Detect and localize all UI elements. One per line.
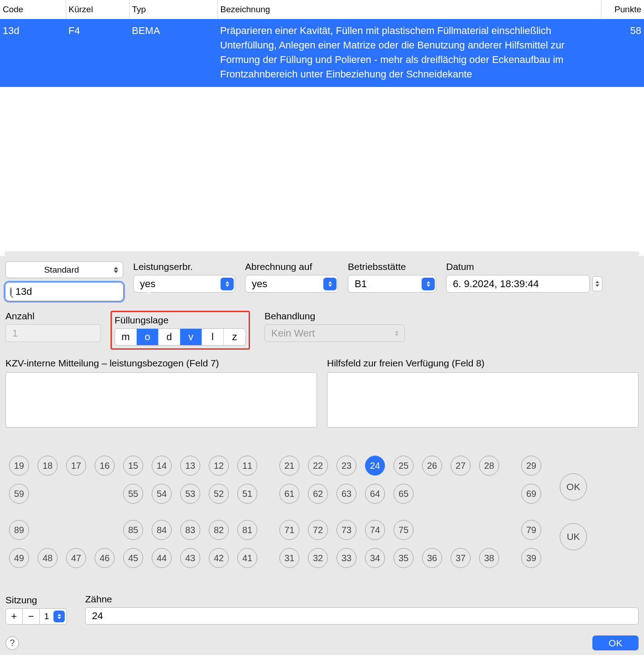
tooth-84[interactable]: 84 xyxy=(152,520,172,540)
search-input[interactable] xyxy=(15,286,140,298)
sitzung-stepper[interactable]: 1 xyxy=(40,608,67,625)
tooth-43[interactable]: 43 xyxy=(180,548,200,568)
chevron-updown-icon xyxy=(323,278,336,290)
tooth-25[interactable]: 25 xyxy=(394,456,413,476)
fuellungslage-v[interactable]: v xyxy=(180,329,202,345)
tooth-47[interactable]: 47 xyxy=(66,548,86,568)
tooth-49[interactable]: 49 xyxy=(9,548,29,568)
fuellungslage-m[interactable]: m xyxy=(115,329,137,345)
cell-punkte: 58 xyxy=(601,19,644,87)
tooth-21[interactable]: 21 xyxy=(279,456,299,476)
tooth-34[interactable]: 34 xyxy=(365,548,385,568)
tooth-81[interactable]: 81 xyxy=(237,520,257,540)
tooth-27[interactable]: 27 xyxy=(451,456,471,476)
abrechnung-value: yes xyxy=(252,278,323,290)
chevron-updown-icon xyxy=(53,611,65,622)
col-header-typ[interactable]: Typ xyxy=(129,0,217,19)
scrollbar[interactable] xyxy=(5,251,639,256)
tooth-37[interactable]: 37 xyxy=(451,548,471,568)
fuellungslage-l[interactable]: l xyxy=(202,329,224,345)
tooth-74[interactable]: 74 xyxy=(365,520,385,540)
sitzung-minus[interactable]: − xyxy=(23,608,40,625)
tooth-chart: 191817161514131211212223242526272829 595… xyxy=(5,448,639,576)
col-header-kurzel[interactable]: Kürzel xyxy=(66,0,129,19)
uk-jaw-button[interactable]: UK xyxy=(560,523,587,550)
tooth-65[interactable]: 65 xyxy=(394,484,413,504)
search-input-wrap[interactable] xyxy=(5,283,123,301)
tooth-72[interactable]: 72 xyxy=(308,520,328,540)
tooth-85[interactable]: 85 xyxy=(123,520,143,540)
tooth-83[interactable]: 83 xyxy=(180,520,200,540)
tooth-45[interactable]: 45 xyxy=(123,548,143,568)
tooth-11[interactable]: 11 xyxy=(237,456,257,476)
tooth-69[interactable]: 69 xyxy=(521,484,541,504)
tooth-82[interactable]: 82 xyxy=(209,520,229,540)
tooth-46[interactable]: 46 xyxy=(95,548,115,568)
tooth-41[interactable]: 41 xyxy=(237,548,257,568)
kzv-textarea[interactable] xyxy=(5,372,317,428)
tooth-73[interactable]: 73 xyxy=(336,520,356,540)
tooth-59[interactable]: 59 xyxy=(9,484,29,504)
tooth-15[interactable]: 15 xyxy=(123,456,143,476)
ok-jaw-button[interactable]: OK xyxy=(560,473,587,500)
tooth-29[interactable]: 29 xyxy=(521,456,541,476)
abrechnung-label: Abrechnung auf xyxy=(245,261,338,272)
tooth-53[interactable]: 53 xyxy=(180,484,200,504)
leistungserbr-select[interactable]: yes xyxy=(133,275,235,293)
cell-typ: BEMA xyxy=(129,19,217,87)
tooth-42[interactable]: 42 xyxy=(209,548,229,568)
tooth-26[interactable]: 26 xyxy=(422,456,442,476)
sitzung-plus[interactable]: + xyxy=(5,608,23,625)
tooth-61[interactable]: 61 xyxy=(279,484,299,504)
zaehne-input[interactable] xyxy=(85,607,639,625)
tooth-24[interactable]: 24 xyxy=(365,456,385,476)
tooth-23[interactable]: 23 xyxy=(336,456,356,476)
tooth-75[interactable]: 75 xyxy=(394,520,413,540)
abrechnung-select[interactable]: yes xyxy=(245,275,338,293)
ok-button[interactable]: OK xyxy=(592,635,639,650)
tooth-52[interactable]: 52 xyxy=(209,484,229,504)
tooth-36[interactable]: 36 xyxy=(422,548,442,568)
tooth-18[interactable]: 18 xyxy=(38,456,58,476)
tooth-63[interactable]: 63 xyxy=(336,484,356,504)
fuellungslage-z[interactable]: z xyxy=(224,329,245,345)
tooth-54[interactable]: 54 xyxy=(152,484,172,504)
tooth-12[interactable]: 12 xyxy=(209,456,229,476)
datum-field[interactable]: 6. 9.2024, 18:39:44 xyxy=(446,275,590,293)
tooth-32[interactable]: 32 xyxy=(308,548,328,568)
tooth-51[interactable]: 51 xyxy=(237,484,257,504)
tooth-79[interactable]: 79 xyxy=(521,520,541,540)
fuellungslage-o[interactable]: o xyxy=(137,329,159,345)
betriebs-label: Betriebsstätte xyxy=(348,261,436,272)
tooth-35[interactable]: 35 xyxy=(394,548,413,568)
hilfsfeld-textarea[interactable] xyxy=(327,372,639,428)
tooth-13[interactable]: 13 xyxy=(180,456,200,476)
betriebs-select[interactable]: B1 xyxy=(348,275,436,293)
tooth-48[interactable]: 48 xyxy=(38,548,58,568)
chevron-updown-icon xyxy=(393,328,401,338)
help-button[interactable]: ? xyxy=(5,636,19,650)
datum-stepper[interactable] xyxy=(592,276,602,291)
col-header-bezeichnung[interactable]: Bezeichnung xyxy=(217,0,601,19)
tooth-62[interactable]: 62 xyxy=(308,484,328,504)
tooth-39[interactable]: 39 xyxy=(521,548,541,568)
tooth-16[interactable]: 16 xyxy=(95,456,115,476)
tooth-28[interactable]: 28 xyxy=(479,456,499,476)
tooth-14[interactable]: 14 xyxy=(152,456,172,476)
table-row[interactable]: 13d F4 BEMA Präparieren einer Kavität, F… xyxy=(0,19,644,87)
col-header-code[interactable]: Code xyxy=(0,0,66,19)
tooth-44[interactable]: 44 xyxy=(152,548,172,568)
col-header-punkte[interactable]: Punkte xyxy=(601,0,644,19)
tooth-31[interactable]: 31 xyxy=(279,548,299,568)
tooth-22[interactable]: 22 xyxy=(308,456,328,476)
tooth-89[interactable]: 89 xyxy=(9,520,29,540)
tooth-55[interactable]: 55 xyxy=(123,484,143,504)
tooth-38[interactable]: 38 xyxy=(479,548,499,568)
standard-dropdown[interactable]: Standard xyxy=(5,261,123,278)
tooth-19[interactable]: 19 xyxy=(9,456,29,476)
tooth-64[interactable]: 64 xyxy=(365,484,385,504)
tooth-33[interactable]: 33 xyxy=(336,548,356,568)
tooth-17[interactable]: 17 xyxy=(66,456,86,476)
tooth-71[interactable]: 71 xyxy=(279,520,299,540)
fuellungslage-d[interactable]: d xyxy=(159,329,180,345)
